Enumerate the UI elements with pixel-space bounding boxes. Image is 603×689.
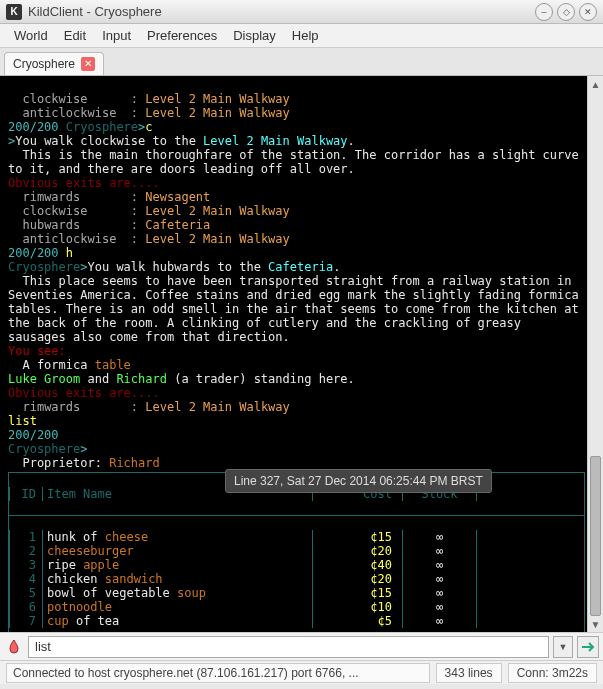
status-conn-time: Conn: 3m22s bbox=[508, 663, 597, 683]
close-button[interactable]: ✕ bbox=[579, 3, 597, 21]
tab-cryosphere[interactable]: Cryosphere ✕ bbox=[4, 52, 104, 75]
maximize-button[interactable]: ◇ bbox=[557, 3, 575, 21]
table-row: 1hunk of cheese¢15∞ bbox=[9, 530, 584, 544]
scroll-up-icon[interactable]: ▲ bbox=[588, 76, 603, 92]
table-row: 6potnoodle¢10∞ bbox=[9, 600, 584, 614]
menu-world[interactable]: World bbox=[6, 25, 56, 46]
window-title: KildClient - Cryosphere bbox=[28, 4, 531, 19]
tab-label: Cryosphere bbox=[13, 57, 75, 71]
status-bar: Connected to host cryosphere.net (87.106… bbox=[0, 660, 603, 684]
tabbar: Cryosphere ✕ bbox=[0, 48, 603, 76]
app-icon: K bbox=[6, 4, 22, 20]
fire-icon[interactable] bbox=[4, 637, 24, 657]
table-row: 5bowl of vegetable soup¢15∞ bbox=[9, 586, 584, 600]
menu-display[interactable]: Display bbox=[225, 25, 284, 46]
menu-edit[interactable]: Edit bbox=[56, 25, 94, 46]
minimize-button[interactable]: – bbox=[535, 3, 553, 21]
scroll-thumb[interactable] bbox=[590, 456, 601, 616]
scroll-down-icon[interactable]: ▼ bbox=[588, 616, 603, 632]
command-input[interactable] bbox=[28, 636, 549, 658]
menu-help[interactable]: Help bbox=[284, 25, 327, 46]
status-connection: Connected to host cryosphere.net (87.106… bbox=[6, 663, 430, 683]
titlebar: K KildClient - Cryosphere – ◇ ✕ bbox=[0, 0, 603, 24]
status-lines: 343 lines bbox=[436, 663, 502, 683]
table-row: 7cup of tea¢5∞ bbox=[9, 614, 584, 628]
input-bar: ▼ bbox=[0, 632, 603, 660]
scrollbar[interactable]: ▲ ▼ bbox=[587, 76, 603, 632]
tab-close-icon[interactable]: ✕ bbox=[81, 57, 95, 71]
terminal-area: clockwise : Level 2 Main Walkway anticlo… bbox=[0, 76, 603, 632]
menubar: World Edit Input Preferences Display Hel… bbox=[0, 24, 603, 48]
menu-input[interactable]: Input bbox=[94, 25, 139, 46]
send-button[interactable] bbox=[577, 636, 599, 658]
col-id: ID bbox=[9, 487, 43, 501]
history-dropdown[interactable]: ▼ bbox=[553, 636, 573, 658]
line-tooltip: Line 327, Sat 27 Dec 2014 06:25:44 PM BR… bbox=[225, 469, 492, 493]
table-row: 4chicken sandwich¢20∞ bbox=[9, 572, 584, 586]
terminal-output[interactable]: clockwise : Level 2 Main Walkway anticlo… bbox=[0, 76, 587, 632]
table-row: 3ripe apple¢40∞ bbox=[9, 558, 584, 572]
menu-preferences[interactable]: Preferences bbox=[139, 25, 225, 46]
shop-table: IDItem NameCostStock 1hunk of cheese¢15∞… bbox=[8, 472, 585, 632]
table-row: 2cheeseburger¢20∞ bbox=[9, 544, 584, 558]
